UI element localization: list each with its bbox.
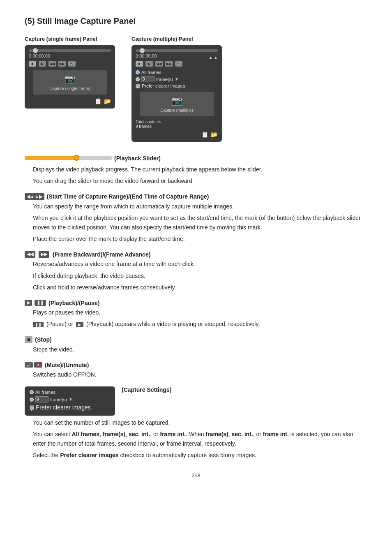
slider-filled: [25, 156, 74, 160]
single-slider-track[interactable]: [29, 49, 111, 52]
prefer-clearer-checkbox[interactable]: ✓: [136, 84, 140, 88]
capture-settings-box: All frames frame(s) ▼ ✓ Prefer clearer i…: [25, 386, 115, 416]
cs-frames-unit: frame(s): [50, 397, 67, 402]
prefer-clearer-row: ✓ Prefer clearer images: [136, 83, 218, 88]
page-number: 258: [25, 472, 367, 479]
frame-nav-text: Reverses/advances a video one frame at a…: [33, 259, 367, 292]
stop-icon: ■: [25, 336, 32, 343]
multiple-range-indicators: ▲ ▲: [208, 55, 218, 60]
mute-desc1: Switches audio OFF/ON.: [33, 370, 367, 379]
stop-section: ■ (Stop) Stops the video.: [25, 336, 367, 354]
page-title: (5) Still Image Capture Panel: [25, 16, 367, 26]
frame-nav-desc3: Click and hold to reverse/advance frames…: [33, 283, 367, 292]
playback-pause-text: Plays or pauses the video. ❚❚ (Pause) or…: [33, 308, 367, 329]
multiple-slider-thumb[interactable]: [140, 48, 145, 53]
frames-input[interactable]: [141, 76, 154, 82]
frames-dropdown-icon[interactable]: ▼: [175, 77, 179, 81]
frame-nav-desc2: If clicked during playback, the video pa…: [33, 271, 367, 280]
cs-prefer-clearer-label: Prefer clearer images: [36, 404, 91, 411]
frames-unit-label: frame(s): [156, 77, 173, 82]
multiple-capture-label: Capture (multiple): [160, 108, 193, 113]
play-icon-inline: ▶: [76, 322, 83, 327]
multiple-forward-btn[interactable]: ▶▶: [165, 61, 173, 67]
multiple-stop-btn[interactable]: ■: [136, 61, 143, 67]
slider-empty: [79, 156, 112, 160]
cs-desc2: You can select All frames, frame(s), sec…: [33, 430, 367, 448]
cs-dropdown-icon[interactable]: ▼: [69, 397, 73, 402]
multiple-frame-label: Capture (multiple) Panel: [131, 36, 193, 42]
frame-nav-heading-text: (Frame Backward)/(Frame Advance): [53, 251, 150, 258]
single-forward-btn[interactable]: ▶▶: [58, 61, 66, 67]
multiple-bottom-icon2[interactable]: 📂: [211, 131, 218, 138]
playback-pause-desc2: ❚❚ (Pause) or ▶ (Playback) appears while…: [33, 319, 367, 328]
single-rewind-btn[interactable]: ◀◀: [48, 61, 56, 67]
multiple-controls: ■ ▶ ◀◀ ▶▶ 🔊: [136, 61, 218, 67]
mute-off-icon: 🔇: [34, 362, 42, 368]
playback-slider-heading-text: (Playback Slider): [114, 155, 161, 162]
playback-slider-illustration: [25, 155, 112, 161]
prefer-clearer-label: Prefer clearer images: [142, 83, 185, 88]
mute-heading-text: (Mute)/(Unmute): [45, 362, 89, 368]
cs-prefer-clearer-row: ✓ Prefer clearer images: [30, 404, 110, 411]
capture-range-desc3: Place the cursor over the mark to displa…: [33, 234, 367, 243]
playback-slider-heading: (Playback Slider): [25, 153, 367, 163]
multiple-slider-track[interactable]: [136, 49, 218, 52]
stop-heading: ■ (Stop): [25, 336, 367, 343]
single-bottom-icon1[interactable]: 📋: [95, 98, 101, 104]
multiple-timecode: 0:00:00.00: [136, 53, 157, 58]
stop-desc1: Stops the video.: [33, 345, 367, 354]
multiple-rewind-btn[interactable]: ◀◀: [155, 61, 163, 67]
cs-n-frames-radio[interactable]: [30, 398, 34, 402]
capture-range-icon: ◀▲▲▶: [25, 193, 44, 200]
capture-range-desc2: When you click it at the playback positi…: [33, 213, 367, 232]
single-frame-panel: 0:00:00.00 ■ ▶ ◀◀ ▶▶ 🔊 📷 Capture (single…: [25, 45, 115, 109]
multiple-frame-panel: 0:00:00.00 ▲ ▲ ■ ▶ ◀◀ ▶▶ 🔊 All frames: [131, 45, 222, 142]
cs-all-frames-row: All frames: [30, 390, 110, 395]
n-frames-radio[interactable]: [136, 77, 140, 81]
playback-pause-section: ▶ ❚❚ (Playback)/(Pause) Plays or pauses …: [25, 300, 367, 329]
playback-pause-heading-text: (Playback)/(Pause): [48, 300, 100, 306]
all-frames-label: All frames: [141, 70, 161, 75]
slider-thumb-illustration: [74, 155, 79, 161]
frame-nav-desc1: Reverses/advances a video one frame at a…: [33, 259, 367, 268]
cs-desc3a: Select the: [33, 452, 58, 458]
cs-desc3-bold: Prefer clearer images: [60, 452, 118, 458]
cs-desc1: You can set the number of still images t…: [33, 418, 367, 427]
playback-slider-desc1: Displays the video playback progress. Th…: [33, 165, 367, 174]
pp-desc2a: (Pause) or: [46, 321, 73, 327]
cs-all-frames-radio[interactable]: [30, 390, 34, 394]
single-stop-btn[interactable]: ■: [29, 61, 36, 67]
mute-section: 🔊 🔇 (Mute)/(Unmute) Switches audio OFF/O…: [25, 362, 367, 379]
cs-frames-input[interactable]: [35, 396, 48, 402]
multiple-bottom-row: 📋 📂: [136, 131, 218, 138]
cs-n-frames-row: frame(s) ▼: [30, 396, 110, 402]
capture-range-heading-text: (Start Time of Capture Range)/(End Time …: [47, 193, 209, 200]
playback-slider-section: (Playback Slider) Displays the video pla…: [25, 153, 367, 186]
total-captures-label: Total captures: [136, 120, 218, 124]
mute-on-icon: 🔊: [25, 362, 33, 368]
single-frame-label: Capture (single frame) Panel: [25, 36, 97, 42]
multiple-options: All frames frame(s) ▼ ✓ Prefer clearer i…: [136, 70, 218, 88]
cs-prefer-clearer-checkbox[interactable]: ✓: [30, 405, 34, 410]
single-bottom-icon2[interactable]: 📂: [104, 98, 111, 104]
capture-range-desc1: You can specify the range from which to …: [33, 202, 367, 211]
single-play-btn[interactable]: ▶: [39, 61, 46, 67]
all-frames-radio[interactable]: [136, 70, 140, 74]
multiple-bottom-icon1[interactable]: 📋: [201, 131, 208, 138]
single-controls: ■ ▶ ◀◀ ▶▶ 🔊: [29, 61, 111, 67]
total-captures-row: Total captures 9 frames: [136, 120, 218, 129]
cs-all-frames-label: All frames: [35, 390, 55, 395]
single-timecode: 0:00:00.00: [29, 53, 111, 58]
n-frames-row: frame(s) ▼: [136, 76, 218, 82]
single-mute-btn[interactable]: 🔊: [68, 61, 76, 67]
frame-nav-heading: ◀◀ ▶▶ (Frame Backward)/(Frame Advance): [25, 251, 367, 258]
mute-icons: 🔊 🔇: [25, 362, 42, 368]
total-captures-value: 9 frames: [136, 124, 218, 129]
multiple-play-btn[interactable]: ▶: [145, 61, 153, 67]
single-slider-thumb[interactable]: [33, 48, 38, 53]
playback-pause-heading: ▶ ❚❚ (Playback)/(Pause): [25, 300, 367, 306]
single-bottom-row: 📋 📂: [29, 98, 111, 104]
cs-desc3b: checkbox to automatically capture less b…: [120, 452, 256, 458]
multiple-mute-btn[interactable]: 🔊: [175, 61, 182, 67]
play-icon: ▶: [25, 300, 32, 306]
